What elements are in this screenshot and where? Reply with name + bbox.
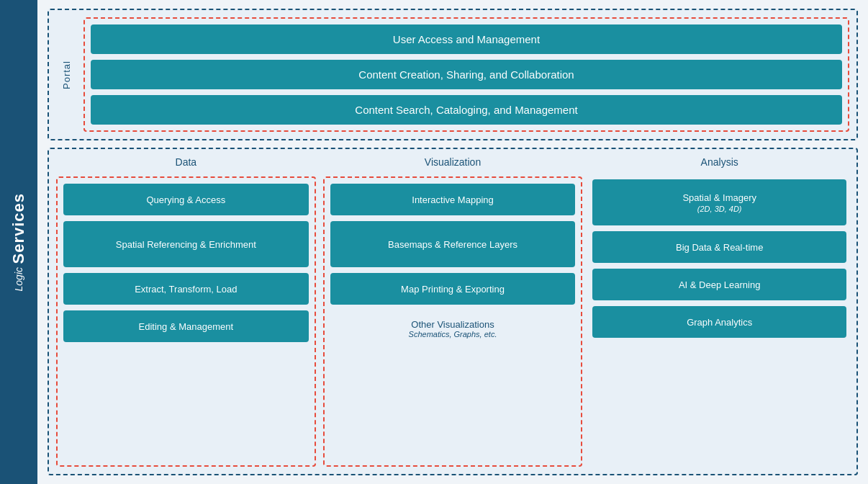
analysis-item-3: Graph Analytics (592, 306, 846, 338)
data-item-3: Editing & Management (63, 310, 309, 342)
data-item-1: Spatial Referencing & Enrichment (63, 221, 309, 267)
analysis-inner: Spatial & Imagery (2D, 3D, 4D) Big Data … (589, 176, 849, 467)
portal-inner: User Access and Management Content Creat… (83, 17, 849, 132)
portal-label-container: Portal (56, 17, 76, 132)
viz-item-2: Map Printing & Exporting (330, 273, 576, 305)
logic-text: Logic (13, 267, 24, 291)
data-item-0: Querying & Access (63, 184, 309, 215)
analysis-item-2: AI & Deep Learning (592, 269, 846, 300)
other-viz-block: Other Visualizations Schematics, Graphs,… (330, 310, 576, 346)
analysis-item-1: Big Data & Real-time (592, 231, 846, 263)
analysis-item-0-main: Spatial & Imagery (682, 192, 756, 203)
portal-block-0: User Access and Management (91, 24, 842, 54)
visualization-column: Visualization Interactive Mapping Basema… (323, 156, 583, 467)
portal-section: Portal User Access and Management Conten… (48, 9, 858, 140)
data-item-2: Extract, Transform, Load (63, 273, 309, 305)
analysis-title: Analysis (589, 156, 849, 171)
analysis-item-0-sub: (2D, 3D, 4D) (697, 205, 742, 213)
viz-item-0: Interactive Mapping (330, 184, 576, 215)
main-content: Portal User Access and Management Conten… (37, 0, 868, 484)
viz-item-1: Basemaps & Reference Layers (330, 221, 576, 267)
analysis-item-0: Spatial & Imagery (2D, 3D, 4D) (592, 179, 846, 225)
portal-block-2: Content Search, Cataloging, and Manageme… (91, 95, 842, 125)
services-text: Services (9, 193, 28, 264)
services-label: Services Logic (0, 0, 37, 484)
analysis-column: Analysis Spatial & Imagery (2D, 3D, 4D) … (589, 156, 849, 467)
data-column: Data Querying & Access Spatial Referenci… (56, 156, 316, 467)
bottom-sections: Data Querying & Access Spatial Referenci… (48, 148, 858, 475)
other-viz-sub: Schematics, Graphs, etc. (409, 330, 497, 339)
portal-label: Portal (61, 60, 72, 89)
other-viz-title: Other Visualizations (411, 319, 494, 330)
data-title: Data (56, 156, 316, 171)
portal-block-1: Content Creation, Sharing, and Collabora… (91, 60, 842, 89)
visualization-inner: Interactive Mapping Basemaps & Reference… (323, 176, 583, 467)
data-inner: Querying & Access Spatial Referencing & … (56, 176, 316, 467)
visualization-title: Visualization (323, 156, 583, 171)
